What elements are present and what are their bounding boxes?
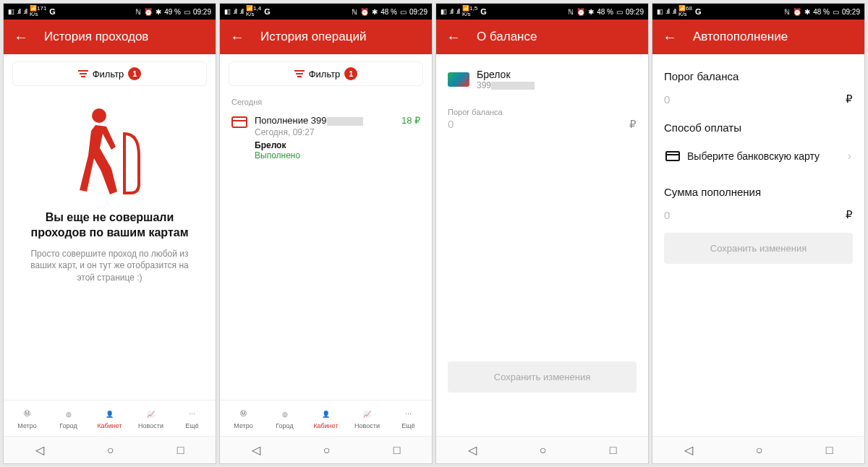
filter-button[interactable]: Фильтр 1 [229, 61, 423, 86]
tab-city[interactable]: ◎Город [48, 408, 89, 429]
app-header: ← История проходов [4, 20, 216, 54]
operation-row[interactable]: Пополнение 399 18 ₽ Сегодня, 09:27 Брело… [220, 109, 432, 166]
topup-input[interactable]: 0 ₽ [652, 204, 864, 221]
nav-bar: ◁ ○ □ [436, 436, 648, 463]
screen-autotopup: ▮▯.ıll.ıll 📶68K/s G ℕ⏰✱48 %▭09:29 ← Авто… [652, 3, 865, 464]
screen-balance: ▮▯.ıll.ıll 📶1,5K/s G ℕ⏰✱48 %▭09:29 ← О б… [435, 3, 649, 464]
nav-back[interactable]: ◁ [35, 443, 44, 457]
status-bar: ▮▯.ıll.ıll 📶68K/s G ℕ⏰✱48 %▭09:29 [652, 4, 864, 20]
chevron-right-icon: › [848, 150, 851, 163]
nav-recent[interactable]: □ [610, 444, 617, 457]
nav-back[interactable]: ◁ [468, 443, 477, 457]
nav-home[interactable]: ○ [540, 444, 547, 457]
back-icon[interactable]: ← [446, 29, 461, 46]
tab-more[interactable]: ⋯Ещё [388, 408, 429, 429]
nav-home[interactable]: ○ [756, 444, 763, 457]
status-bar: ▮▯.ıll.ıll 📶1,5K/s G ℕ⏰✱48 %▭09:29 [436, 4, 648, 20]
tab-more[interactable]: ⋯Ещё [171, 408, 213, 429]
method-select[interactable]: Выберите банковскую карту › [664, 142, 853, 170]
empty-state: Вы еще не совершали проходов по вашим ка… [4, 90, 216, 299]
empty-subtext: Просто совершите проход по любой из ваши… [21, 248, 198, 284]
filter-icon [294, 70, 305, 77]
nav-back[interactable]: ◁ [252, 443, 260, 457]
card-info: Брелок 399 [436, 54, 648, 95]
filter-button[interactable]: Фильтр 1 [12, 61, 207, 86]
tab-news[interactable]: 📈Новости [130, 408, 171, 429]
nav-home[interactable]: ○ [323, 444, 331, 457]
tab-cabinet[interactable]: 👤Кабинет [305, 408, 346, 429]
status-bar: ▮▯.ıll.ıll 📶171K/s G ℕ⏰✱49 %▭09:29 [4, 4, 216, 20]
operation-name: Пополнение 399 [255, 115, 363, 126]
app-header: ← О балансе [436, 20, 648, 54]
threshold-value[interactable]: 0 ₽ [436, 118, 648, 131]
tab-metro[interactable]: ⓂМетро [7, 408, 48, 429]
operation-status: Выполнено [255, 150, 420, 160]
back-icon[interactable]: ← [663, 29, 677, 46]
walker-icon [67, 105, 153, 199]
nav-bar: ◁ ○ □ [652, 436, 864, 463]
threshold-label: Порог баланса [436, 95, 648, 118]
tab-cabinet[interactable]: 👤Кабинет [89, 408, 130, 429]
nav-home[interactable]: ○ [107, 444, 114, 457]
card-icon [665, 151, 680, 161]
status-bar: ▮▯.ıll.ıll 📶1,4K/s G ℕ⏰✱48 %▭09:29 [220, 4, 432, 20]
card-icon [231, 116, 247, 128]
card-number: 399 [477, 80, 535, 90]
screen-operations: ▮▯.ıll.ıll 📶1,4K/s G ℕ⏰✱48 %▭09:29 ← Ист… [219, 3, 433, 464]
page-title: История проходов [44, 30, 148, 44]
empty-heading: Вы еще не совершали проходов по вашим ка… [21, 210, 198, 241]
threshold-label: Порог баланса [652, 54, 864, 88]
tab-news[interactable]: 📈Новости [346, 408, 388, 429]
page-title: Автопополнение [693, 30, 788, 44]
tab-metro[interactable]: ⓂМетро [223, 408, 264, 429]
app-header: ← Автопополнение [652, 20, 864, 54]
nav-back[interactable]: ◁ [684, 443, 693, 457]
back-icon[interactable]: ← [14, 29, 28, 46]
topup-label: Сумма пополнения [652, 170, 864, 204]
operation-device: Брелок [255, 140, 420, 150]
tab-city[interactable]: ◎Город [264, 408, 305, 429]
threshold-input[interactable]: 0 ₽ [652, 88, 864, 106]
operation-amount: 18 ₽ [401, 115, 420, 126]
app-header: ← История операций [220, 20, 432, 54]
tab-bar: ⓂМетро ◎Город 👤Кабинет 📈Новости ⋯Ещё [220, 400, 432, 436]
save-button[interactable]: Сохранить изменения [448, 361, 637, 393]
section-today: Сегодня [220, 90, 432, 109]
method-label: Способ оплаты [652, 106, 864, 140]
nav-bar: ◁ ○ □ [220, 436, 432, 463]
nav-bar: ◁ ○ □ [4, 436, 216, 463]
screen-passes: ▮▯.ıll.ıll 📶171K/s G ℕ⏰✱49 %▭09:29 ← Ист… [3, 3, 216, 464]
page-title: История операций [260, 30, 366, 44]
nav-recent[interactable]: □ [393, 444, 401, 457]
nav-recent[interactable]: □ [826, 444, 833, 457]
nav-recent[interactable]: □ [177, 444, 184, 457]
svg-point-0 [92, 108, 106, 123]
card-image [448, 72, 469, 87]
card-name: Брелок [477, 69, 535, 80]
filter-badge: 1 [128, 67, 141, 80]
back-icon[interactable]: ← [230, 29, 244, 46]
page-title: О балансе [477, 30, 537, 44]
save-button[interactable]: Сохранить изменения [664, 233, 853, 264]
operation-date: Сегодня, 09:27 [255, 127, 420, 137]
filter-badge: 1 [344, 67, 357, 80]
tab-bar: ⓂМетро ◎Город 👤Кабинет 📈Новости ⋯Ещё [4, 400, 216, 436]
filter-icon [78, 70, 88, 77]
